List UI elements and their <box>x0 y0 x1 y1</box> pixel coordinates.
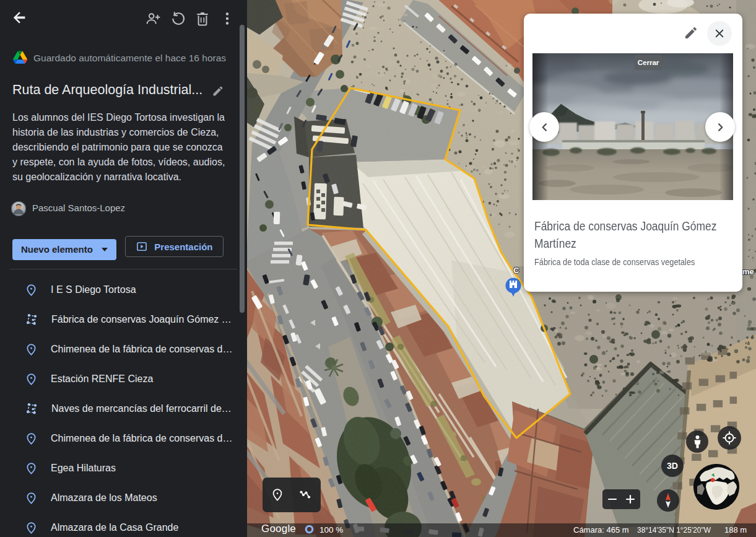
svg-text:me: me <box>742 267 754 276</box>
svg-text:C: C <box>513 266 519 275</box>
